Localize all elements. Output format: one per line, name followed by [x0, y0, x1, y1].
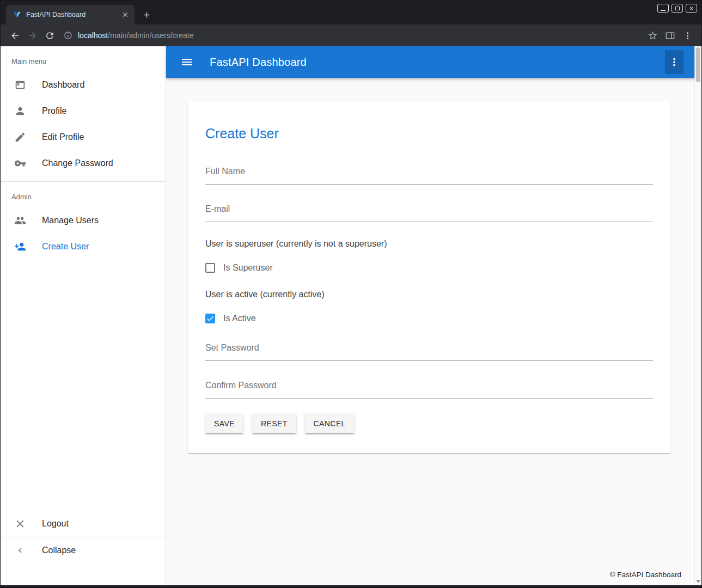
address-bar[interactable]: localhost/main/admin/users/create [58, 31, 644, 40]
is-active-checkbox-row[interactable]: Is Active [205, 314, 653, 323]
key-icon [14, 157, 27, 170]
sidebar-item-label: Change Password [42, 158, 113, 168]
url-path: /main/admin/users/create [108, 31, 193, 40]
app-title: FastAPI Dashboard [210, 56, 307, 69]
active-hint: User is active (currently active) [205, 289, 653, 299]
sidebar-item-label: Create User [42, 242, 89, 252]
full-name-field-wrap [205, 160, 653, 185]
browser-tab[interactable]: FastAPI Dashboard [6, 5, 135, 24]
sidebar-item-change-password[interactable]: Change Password [1, 150, 166, 176]
browser-toolbar: localhost/main/admin/users/create [1, 24, 701, 46]
site-info-icon[interactable] [64, 31, 72, 40]
sidebar-item-profile[interactable]: Profile [1, 98, 166, 124]
checkbox-label: Is Active [223, 314, 256, 323]
is-superuser-checkbox-row[interactable]: Is Superuser [205, 263, 653, 273]
browser-titlebar: FastAPI Dashboard [1, 1, 701, 24]
person-icon [14, 105, 27, 118]
sidebar-item-label: Logout [42, 519, 69, 529]
sidebar-caption-main-menu: Main menu [1, 46, 166, 72]
sidebar-item-create-user[interactable]: Create User [1, 234, 166, 260]
sidebar-item-edit-profile[interactable]: Edit Profile [1, 124, 166, 150]
back-button[interactable] [6, 27, 23, 44]
reload-button[interactable] [41, 27, 58, 44]
set-password-input[interactable] [205, 336, 653, 361]
minimize-icon [661, 10, 666, 11]
checkbox-label: Is Superuser [223, 263, 273, 273]
hamburger-icon [180, 56, 193, 69]
scrollbar-down-arrow[interactable] [696, 580, 700, 583]
back-arrow-icon [10, 30, 20, 41]
window-frame-bottom [1, 585, 701, 587]
checkbox-checked-icon[interactable] [205, 314, 215, 323]
form-buttons: SAVE RESET CANCEL [205, 414, 653, 433]
bookmark-star-button[interactable] [644, 27, 661, 44]
sidebar: Main menu Dashboard Profile Edit Profile [1, 46, 166, 585]
window-controls [657, 4, 697, 13]
confirm-password-input[interactable] [205, 374, 653, 399]
main-area: FastAPI Dashboard Create User User is su… [166, 46, 694, 585]
full-name-input[interactable] [205, 160, 653, 185]
sidebar-item-label: Collapse [42, 546, 76, 555]
cancel-button[interactable]: CANCEL [305, 414, 355, 433]
star-icon [648, 30, 658, 41]
url-host: localhost [78, 31, 108, 40]
forward-arrow-icon [27, 30, 38, 41]
window-maximize-button[interactable] [672, 4, 683, 13]
copyright-text: © FastAPI Dashboard [609, 571, 681, 579]
sidebar-item-dashboard[interactable]: Dashboard [1, 72, 166, 98]
page: Main menu Dashboard Profile Edit Profile [1, 46, 701, 585]
side-panel-button[interactable] [661, 27, 679, 44]
group-icon [14, 214, 27, 227]
sidebar-spacer [1, 260, 166, 511]
page-footer: © FastAPI Dashboard [166, 564, 694, 585]
window-minimize-button[interactable] [657, 4, 669, 13]
sidebar-item-collapse[interactable]: Collapse [1, 537, 166, 564]
appbar-overflow-button[interactable] [665, 50, 683, 74]
maximize-icon [675, 7, 680, 10]
forward-button[interactable] [23, 27, 41, 44]
url-text: localhost/main/admin/users/create [78, 31, 193, 40]
new-tab-button[interactable] [139, 7, 154, 22]
email-input[interactable] [205, 198, 653, 222]
close-x-icon [14, 517, 27, 530]
sidebar-item-manage-users[interactable]: Manage Users [1, 207, 166, 234]
reload-icon [45, 30, 55, 41]
close-icon [688, 5, 694, 11]
browser-menu-button[interactable] [679, 27, 696, 44]
sidebar-item-label: Manage Users [42, 216, 99, 225]
save-button[interactable]: SAVE [205, 414, 243, 433]
sidebar-item-label: Profile [42, 106, 66, 116]
vuetify-favicon-icon [13, 10, 21, 19]
reset-button[interactable]: RESET [252, 414, 296, 433]
sidebar-caption-admin: Admin [1, 182, 166, 207]
email-field-wrap [205, 198, 653, 222]
side-panel-icon [665, 30, 675, 41]
set-password-field-wrap [205, 336, 653, 361]
dashboard-icon [14, 78, 27, 91]
vertical-scrollbar[interactable] [694, 46, 701, 585]
sidebar-item-logout[interactable]: Logout [1, 511, 166, 537]
scrollbar-thumb[interactable] [696, 47, 700, 82]
sidebar-item-label: Edit Profile [42, 132, 84, 142]
content-area: Create User User is superuser (currently… [166, 78, 694, 564]
person-add-icon [14, 240, 27, 253]
tab-title: FastAPI Dashboard [26, 11, 115, 19]
window-close-button[interactable] [686, 4, 697, 13]
pencil-icon [14, 131, 27, 144]
app-bar: FastAPI Dashboard [166, 46, 694, 78]
checkbox-unchecked-icon[interactable] [205, 263, 215, 273]
hamburger-menu-button[interactable] [180, 56, 193, 69]
kebab-menu-icon [668, 56, 680, 68]
kebab-menu-icon [682, 30, 693, 41]
superuser-hint: User is superuser (currently is not a su… [205, 238, 653, 249]
chevron-left-icon [14, 544, 27, 557]
create-user-card: Create User User is superuser (currently… [188, 101, 670, 453]
browser-window: FastAPI Dashboard localhost/m [0, 0, 702, 588]
page-title: Create User [205, 125, 653, 142]
tab-close-icon[interactable] [120, 10, 130, 20]
confirm-password-field-wrap [205, 374, 653, 399]
sidebar-item-label: Dashboard [42, 80, 84, 90]
